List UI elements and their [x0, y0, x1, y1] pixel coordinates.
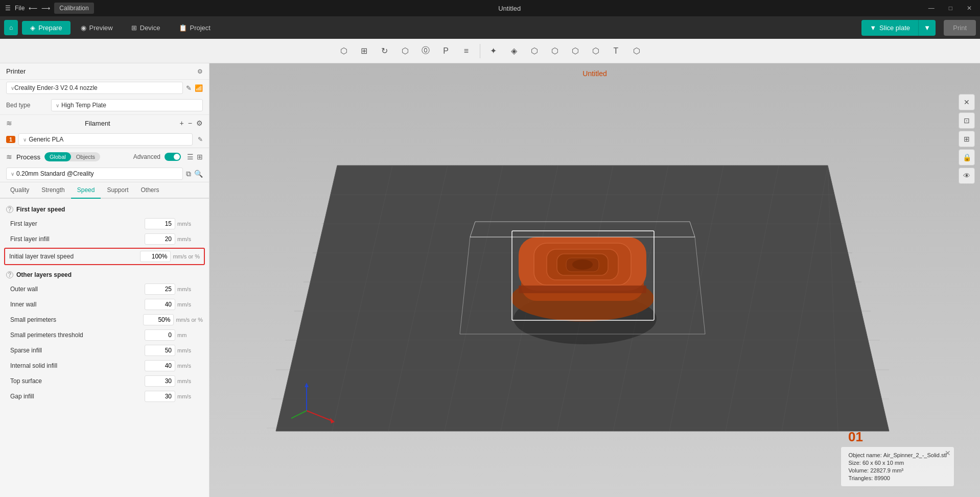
bed-type-select[interactable]: ∨ High Temp Plate: [51, 99, 203, 111]
filament-add-btn[interactable]: +: [180, 119, 184, 127]
initial-layer-travel-speed-input[interactable]: [140, 251, 171, 262]
settings-area: ? First layer speed First layer mm/s Fir…: [0, 199, 209, 497]
forward-btn[interactable]: ⟶: [41, 5, 50, 12]
menu-file-label[interactable]: File: [15, 5, 25, 12]
toolbar-zero-btn[interactable]: ⓪: [416, 42, 435, 60]
settings-tab-bar: Quality Strength Speed Support Others: [0, 182, 209, 199]
outer-wall-input[interactable]: [145, 283, 175, 295]
toolbar-cut-btn[interactable]: ⬡: [546, 42, 564, 60]
other-layers-help-icon[interactable]: ?: [6, 271, 13, 278]
printer-name-label: Creality Ender-3 V2 0.4 nozzle: [14, 84, 178, 91]
small-perimeters-input[interactable]: [143, 314, 174, 325]
internal-solid-infill-input[interactable]: [145, 360, 175, 371]
global-toggle-btn[interactable]: Global: [44, 152, 71, 161]
object-volume-label: Volume:: [848, 467, 869, 474]
slice-dropdown-button[interactable]: ▼: [918, 20, 936, 36]
filament-edit-icon[interactable]: ✎: [198, 136, 203, 143]
toolbar-orient-btn[interactable]: ↻: [376, 42, 394, 60]
toolbar-layers-btn[interactable]: ≡: [457, 42, 476, 60]
filament-label: Filament: [85, 120, 110, 127]
toolbar-add-btn[interactable]: ⬡: [335, 42, 353, 60]
initial-layer-travel-speed-unit: mm/s or %: [173, 253, 200, 259]
printer-settings-icon[interactable]: ⚙: [197, 68, 203, 75]
tab-support[interactable]: Support: [101, 182, 134, 199]
tab-project[interactable]: 📋 Project: [171, 21, 219, 35]
view-eye-btn[interactable]: 👁: [959, 168, 975, 184]
object-info-triangles-row: Triangles: 89900: [848, 475, 947, 481]
process-toggle-group: Global Objects: [44, 152, 100, 161]
gap-infill-input[interactable]: [145, 391, 175, 402]
top-surface-input[interactable]: [145, 375, 175, 387]
tab-device[interactable]: ⊞ Device: [123, 21, 169, 35]
toolbar-rotate-btn[interactable]: ◈: [505, 42, 523, 60]
tab-others[interactable]: Others: [134, 182, 165, 199]
first-layer-infill-input[interactable]: [145, 233, 175, 245]
advanced-toggle[interactable]: [165, 153, 181, 161]
slice-plate-button[interactable]: ▼ Slice plate: [861, 20, 918, 36]
preset-select[interactable]: ∨ 0.20mm Standard @Creality: [6, 168, 183, 180]
menu-icon[interactable]: ☰: [5, 5, 11, 12]
tab-quality[interactable]: Quality: [4, 182, 35, 199]
printer-name-select[interactable]: ∨ Creality Ender-3 V2 0.4 nozzle: [6, 82, 183, 94]
close-btn[interactable]: ✕: [964, 4, 975, 13]
filament-header: ≋ Filament + − ⚙: [0, 115, 209, 131]
tab-prepare[interactable]: ◈ Prepare: [22, 21, 70, 35]
tab-preview[interactable]: ◉ Preview: [73, 21, 121, 35]
toolbar: ⬡ ⊞ ↻ ⬡ ⓪ P ≡ ✦ ◈ ⬡ ⬡ ⬡ ⬡ T ⬡: [0, 39, 980, 63]
toolbar-scale-btn[interactable]: ⬡: [525, 42, 544, 60]
print-button[interactable]: Print: [944, 20, 976, 36]
main: Printer ⚙ ∨ Creality Ender-3 V2 0.4 nozz…: [0, 63, 980, 497]
viewport[interactable]: Untitled: [209, 63, 980, 497]
inner-wall-input[interactable]: [145, 299, 175, 310]
printer-edit-icon[interactable]: ✎: [186, 84, 192, 92]
topnav: ⌂ ◈ Prepare ◉ Preview ⊞ Device 📋 Project…: [0, 16, 980, 39]
maximize-btn[interactable]: □: [946, 4, 955, 13]
view-lock-btn[interactable]: 🔒: [959, 149, 975, 165]
view-perspective-btn[interactable]: ⊡: [959, 112, 975, 129]
home-btn[interactable]: ⌂: [4, 20, 18, 35]
process-list-icon[interactable]: ☰: [187, 153, 194, 161]
toolbar-move-btn[interactable]: ✦: [484, 42, 503, 60]
initial-layer-travel-speed-row: Initial layer travel speed mm/s or %: [4, 248, 205, 265]
filament-remove-btn[interactable]: −: [188, 119, 192, 127]
small-perimeters-threshold-input[interactable]: [145, 329, 175, 341]
printer-section-title: Printer: [6, 67, 26, 75]
objects-toggle-btn[interactable]: Objects: [71, 152, 100, 161]
filament-section: ≋ Filament + − ⚙ 1 ∨ Generic PLA ✎: [0, 115, 209, 148]
preset-search-icon[interactable]: 🔍: [194, 170, 203, 178]
preset-copy-icon[interactable]: ⧉: [186, 170, 191, 178]
toolbar-3d-btn[interactable]: ⬡: [587, 42, 605, 60]
toolbar-extra-btn[interactable]: ⬡: [627, 42, 646, 60]
tab-speed[interactable]: Speed: [71, 182, 101, 199]
toolbar-text-btn[interactable]: T: [607, 42, 625, 60]
prepare-icon: ◈: [30, 24, 35, 32]
process-title: Process: [16, 153, 40, 161]
process-grid-icon[interactable]: ⊞: [197, 153, 203, 161]
view-ortho-btn[interactable]: ⊞: [959, 131, 975, 147]
right-toolbar: ✕ ⊡ ⊞ 🔒 👁: [959, 94, 975, 184]
filament-settings-icon[interactable]: ⚙: [196, 119, 203, 127]
internal-solid-infill-label: Internal solid infill: [10, 362, 145, 369]
toolbar-support-btn[interactable]: ⬡: [566, 42, 585, 60]
filament-name-select[interactable]: ∨ Generic PLA: [18, 133, 193, 146]
first-layer-help-icon[interactable]: ?: [6, 206, 13, 213]
object-info-volume-row: Volume: 22827.9 mm³: [848, 467, 947, 474]
preset-name: 0.20mm Standard @Creality: [16, 170, 94, 177]
view-close-btn[interactable]: ✕: [959, 94, 975, 110]
minimize-btn[interactable]: —: [925, 4, 938, 13]
small-perimeters-threshold-unit: mm: [177, 332, 203, 338]
toolbar-grid-btn[interactable]: ⊞: [355, 42, 374, 60]
sparse-infill-input[interactable]: [145, 345, 175, 356]
toolbar-arrange-btn[interactable]: ⬡: [396, 42, 414, 60]
process-icon: ≋: [6, 153, 12, 161]
object-info-close-btn[interactable]: ✕: [945, 449, 951, 457]
calibration-label[interactable]: Calibration: [54, 3, 94, 14]
device-label: Device: [140, 24, 160, 32]
object-size-label: Size:: [848, 460, 860, 466]
toolbar-p-btn[interactable]: P: [437, 42, 455, 60]
back-btn[interactable]: ⟵: [29, 5, 37, 12]
printer-wifi-icon[interactable]: 📶: [195, 84, 203, 92]
tab-strength[interactable]: Strength: [35, 182, 71, 199]
first-layer-input[interactable]: [145, 218, 175, 229]
slice-plate-group: ▼ Slice plate ▼: [861, 20, 936, 36]
